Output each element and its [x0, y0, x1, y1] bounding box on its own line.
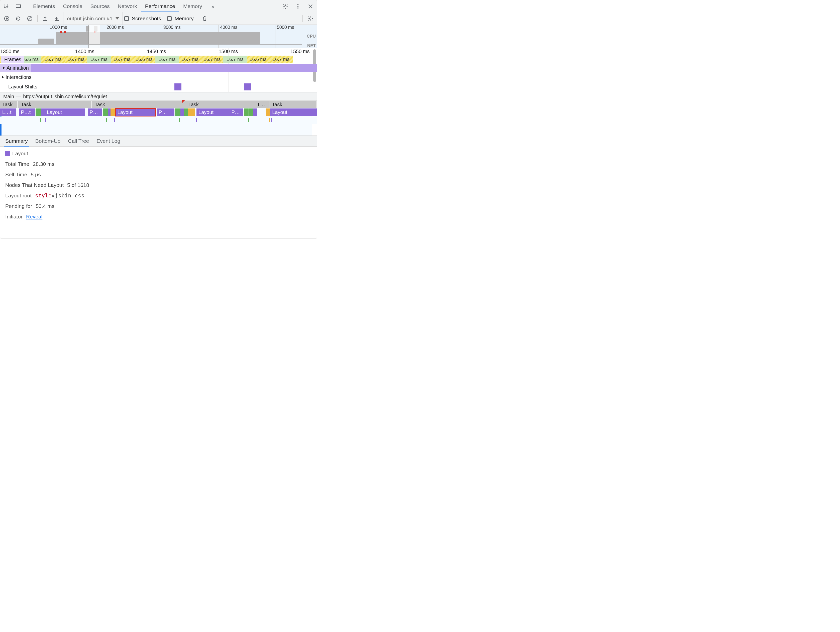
activity-block[interactable]	[188, 109, 195, 116]
close-icon[interactable]	[305, 0, 316, 12]
frame-cell[interactable]: 16.7 ms	[269, 56, 293, 63]
screenshots-checkbox[interactable]	[124, 16, 129, 21]
details-tabs: SummaryBottom-UpCall TreeEvent Log	[0, 136, 317, 147]
chevron-down-icon	[115, 17, 119, 19]
record-icon[interactable]	[2, 14, 12, 24]
task-block[interactable]: Task	[270, 101, 317, 108]
micro-activity	[106, 118, 107, 122]
activity-block[interactable]: Layout	[115, 109, 155, 116]
trash-icon[interactable]	[200, 14, 210, 24]
download-icon[interactable]	[52, 14, 62, 24]
overview-minimap[interactable]: 1000 ms2000 ms3000 ms4000 ms5000 ms CPU …	[0, 25, 317, 48]
more-menu-icon[interactable]	[292, 0, 304, 12]
activity-block[interactable]: P…	[229, 109, 243, 116]
screenshots-label: Screenshots	[132, 16, 161, 22]
frame-cell[interactable]: 16.7 ms	[65, 56, 87, 63]
details-tab-bottom-up[interactable]: Bottom-Up	[35, 136, 60, 146]
layout-shift-marker[interactable]	[174, 84, 182, 90]
capture-settings-gear-icon[interactable]	[305, 14, 315, 24]
main-tabs: ElementsConsoleSourcesNetworkPerformance…	[29, 0, 206, 12]
activity-block[interactable]: P…t	[19, 109, 35, 116]
micro-activity	[248, 118, 249, 122]
activity-block[interactable]: Layout	[45, 109, 85, 116]
frame-cell[interactable]: 16.7 ms	[223, 56, 247, 63]
tab-network[interactable]: Network	[114, 0, 141, 12]
overview-tick: 4000 ms	[218, 25, 237, 30]
svg-point-5	[297, 4, 298, 5]
activity-block[interactable]	[253, 109, 257, 116]
activity-block[interactable]	[184, 109, 188, 116]
activity-block[interactable]	[249, 109, 253, 116]
activity-block[interactable]: L…t	[0, 109, 16, 116]
task-block[interactable]: Task	[186, 101, 254, 108]
memory-label: Memory	[175, 16, 194, 22]
activity-block[interactable]	[175, 109, 180, 116]
activities-lane: L…tP…tLayoutP…LayoutP…LayoutP…Layout	[0, 108, 317, 116]
clear-icon[interactable]	[25, 14, 35, 24]
task-block[interactable]: Task	[19, 101, 92, 108]
summary-key: Initiator	[5, 214, 22, 220]
summary-key: Self Time	[5, 172, 27, 178]
activity-block[interactable]	[266, 109, 270, 116]
details-tab-event-log[interactable]: Event Log	[96, 136, 120, 146]
activity-block[interactable]	[41, 109, 45, 116]
main-url: https://output.jsbin.com/elisum/9/quiet	[23, 94, 107, 99]
tab-sources[interactable]: Sources	[87, 0, 114, 12]
overview-tick: 1000 ms	[48, 25, 67, 30]
task-block[interactable]: T…	[255, 101, 269, 108]
settings-gear-icon[interactable]	[279, 0, 291, 12]
overview-tick: 2000 ms	[105, 25, 124, 30]
ruler-tick: 1550 ms	[291, 49, 310, 54]
frames-lane: ns16.6 ms16.7 ms16.7 ms16.7 ms16.7 ms16.…	[0, 56, 317, 63]
frame-cell[interactable]: 16.7 ms	[179, 56, 201, 63]
activity-block[interactable]: P…	[88, 109, 102, 116]
main-thread-header[interactable]: Main — https://output.jsbin.com/elisum/9…	[0, 92, 317, 101]
activity-block[interactable]: Layout	[196, 109, 229, 116]
activity-block[interactable]: P…	[156, 109, 174, 116]
details-tab-summary[interactable]: Summary	[5, 136, 28, 146]
reload-icon[interactable]	[13, 14, 23, 24]
flame-chart[interactable]: 1350 ms1400 ms1450 ms1500 ms1550 ms Fram…	[0, 48, 317, 136]
memory-checkbox[interactable]	[167, 16, 172, 21]
reveal-link[interactable]: Reveal	[26, 214, 43, 220]
frame-cell[interactable]: 16.6 ms	[247, 56, 269, 63]
animation-lane[interactable]: Animation	[0, 64, 317, 72]
activity-block[interactable]: Layout	[270, 109, 317, 116]
micro-activity	[271, 118, 272, 122]
layout-shift-marker[interactable]	[244, 84, 251, 90]
long-task-flag-icon	[182, 100, 185, 103]
tab-performance[interactable]: Performance	[141, 0, 179, 12]
activity-block[interactable]	[244, 109, 249, 116]
frames-lane-label[interactable]: Frames	[1, 56, 24, 63]
frame-cell[interactable]: 16.7 ms	[111, 56, 133, 63]
tab-elements[interactable]: Elements	[29, 0, 59, 12]
upload-icon[interactable]	[40, 14, 50, 24]
tab-console[interactable]: Console	[59, 0, 87, 12]
device-toggle-icon[interactable]	[13, 0, 25, 12]
summary-key: Pending for	[5, 203, 32, 209]
summary-panel: Layout Total Time28.30 ms Self Time5 µs …	[0, 147, 317, 238]
micro-activity	[179, 118, 180, 122]
frame-cell[interactable]: 16.7 ms	[41, 56, 65, 63]
interactions-lane[interactable]: Interactions	[0, 72, 317, 82]
activity-block[interactable]	[111, 109, 115, 116]
activity-block[interactable]	[103, 109, 108, 116]
frame-cell[interactable]: 16.7 ms	[155, 56, 179, 63]
tab-memory[interactable]: Memory	[179, 0, 206, 12]
task-block[interactable]: Task	[0, 101, 17, 108]
svg-point-4	[285, 5, 286, 7]
micro-activity	[114, 118, 115, 122]
frame-cell[interactable]: 16.7 ms	[87, 56, 111, 63]
activity-block[interactable]	[36, 109, 41, 116]
layout-shifts-lane[interactable]: Layout Shifts	[0, 82, 317, 91]
task-block[interactable]: Task	[93, 101, 185, 108]
tasks-lane: TaskTaskTaskTaskT…Task	[0, 101, 317, 108]
details-tab-call-tree[interactable]: Call Tree	[68, 136, 89, 146]
frame-cell[interactable]: 16.7 ms	[201, 56, 223, 63]
summary-val: 5 of 1618	[67, 182, 89, 188]
target-select[interactable]: output.jsbin.com #1	[63, 12, 123, 25]
frame-cell[interactable]: 16.6 ms	[133, 56, 155, 63]
summary-val: 28.30 ms	[33, 161, 54, 167]
inspect-icon[interactable]	[1, 0, 12, 12]
overflow-tabs-icon[interactable]: »	[207, 0, 219, 12]
